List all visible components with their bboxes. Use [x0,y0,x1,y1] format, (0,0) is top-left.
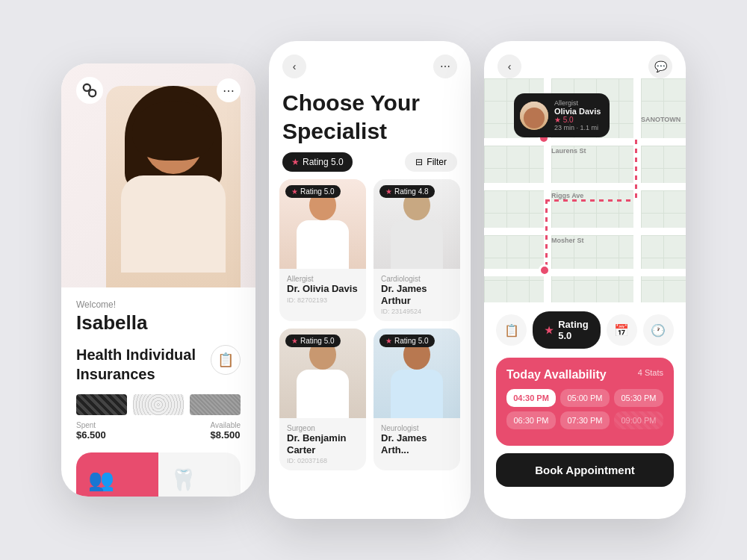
availability-title: Today Avallability [506,368,607,382]
bar-3 [190,394,241,415]
map-doctor-time: 23 min · 1.1 mi [554,124,601,131]
dots-icon: ⋯ [440,60,450,72]
screen1-content: Welcome! Isabella Health Individual Insu… [61,287,255,384]
availability-section: Today Avallability 4 Stats 04:30 PM 05:0… [496,358,674,446]
available-item: Available $8.500 [211,421,241,441]
back-icon: ‹ [293,60,297,72]
bar-2 [133,394,184,415]
screen1-header: ⋯ [76,77,241,104]
rating-pill-label: Rating 5.0 [558,319,588,341]
clipboard-action[interactable]: 📋 [496,314,527,346]
chat-icon: 💬 [654,60,667,72]
screen2-back-button[interactable]: ‹ [282,55,306,78]
rating-pill: ★ Rating 5.0 [533,311,600,349]
filter-label: Filter [427,157,447,167]
doctor-3-name: Dr. Benjamin Carter [287,432,359,455]
bar-1 [76,394,127,415]
clock-action[interactable]: 🕐 [643,314,674,346]
progress-bars [76,394,241,415]
map-doctor-avatar [520,102,548,130]
amounts-row: Spent $6.500 Available $8.500 [76,421,241,441]
doctors-grid: ★ Rating 5.0 Allergist Dr. Olivia Davis … [269,179,471,481]
availability-stats: 4 Stats [638,368,663,382]
screen3-back-button[interactable]: ‹ [498,55,521,78]
star-icon-3: ★ [545,325,554,336]
availability-header: Today Avallability 4 Stats [506,368,663,382]
screen3-bottom: 📋 ★ Rating 5.0 📅 🕐 Today Avallability 4 … [484,302,686,496]
calendar-icon: 📅 [614,323,629,337]
book-appointment-label: Book Appointment [535,464,635,476]
spent-value: $6.500 [76,429,106,441]
doctor-3-specialty: Surgeon [287,424,359,432]
map-label-1: Laurens St [551,147,586,155]
doctor-2-name: Dr. James Arthur [381,283,453,306]
road-h4 [484,269,686,276]
filter-row: ★ Rating 5.0 ⊟ Filter [269,152,471,179]
route-line-v2 [545,199,548,274]
insurance-row: Health Individual Insurances 📋 [76,345,241,384]
map-doctor-info: Allergist Olivia Davis ★ 5.0 23 min · 1.… [554,99,601,131]
available-label: Available [211,421,241,429]
calendar-action[interactable]: 📅 [607,314,637,346]
spent-item: Spent $6.500 [76,421,106,441]
tooth-icon: 🦷 [170,467,196,492]
doctor-1-info: Allergist Dr. Olivia Davis ID: 82702193 [279,269,366,310]
doctor-card-3[interactable]: ★ Rating 5.0 Surgeon Dr. Benjamin Carter… [279,329,366,470]
doctor-card-1[interactable]: ★ Rating 5.0 Allergist Dr. Olivia Davis … [279,179,366,321]
screen2-title: Choose Your Specialist [282,89,457,145]
family-icon: 👥 [88,467,114,492]
category-cards: 👥 Family Medicine 🦷 Dental Medicine [76,452,241,497]
route-line-v [635,140,637,199]
menu-dots-button[interactable]: ⋯ [217,78,241,102]
rating-badge-label: Rating 5.0 [303,157,344,167]
available-value: $8.500 [211,429,241,441]
clipboard-icon-3: 📋 [504,323,519,337]
doctor-4-name: Dr. James Arth... [381,432,453,455]
screen2-menu-button[interactable]: ⋯ [433,55,457,78]
screen2-title-area: Choose Your Specialist [269,78,471,152]
screen2-header: ‹ ⋯ [269,41,471,78]
time-slot-6: 09:00 PM [614,411,663,429]
map-doctor-name: Olivia Davis [554,107,601,116]
doctor-4-rating: ★ Rating 5.0 [379,335,435,347]
time-slot-3[interactable]: 05:30 PM [614,389,663,407]
time-slot-5[interactable]: 07:30 PM [560,411,610,429]
map-doctor-specialty: Allergist [554,99,601,107]
doctor-3-rating: ★ Rating 5.0 [285,335,341,347]
doctor-4-info: Neurologist Dr. James Arth... [374,418,460,463]
doctor-1-specialty: Allergist [287,275,359,283]
clock-icon: 🕐 [651,323,666,337]
dental-medicine-card[interactable]: 🦷 Dental Medicine [158,452,241,497]
time-slot-2[interactable]: 05:00 PM [560,389,610,407]
action-row: 📋 ★ Rating 5.0 📅 🕐 [496,311,674,349]
screen-1-phone: ⋯ Welcome! Isabella Health Individual In… [61,63,255,497]
time-slot-4[interactable]: 06:30 PM [506,411,556,429]
clipboard-icon: 📋 [217,352,234,368]
map-label-3: Mosher St [551,237,584,244]
doctor-1-id: ID: 82702193 [287,296,359,304]
filter-button[interactable]: ⊟ Filter [405,152,457,172]
insurance-title: Health Individual Insurances [76,345,211,384]
road-h3 [484,228,686,235]
map-pin-end [539,264,551,276]
doctor-2-id: ID: 23149524 [381,308,453,315]
clipboard-button[interactable]: 📋 [211,345,241,375]
filter-icon: ⊟ [415,157,423,167]
time-slot-1[interactable]: 04:30 PM [506,389,556,407]
road-h2 [484,183,686,190]
route-line-h [545,199,635,202]
book-appointment-button[interactable]: Book Appointment [496,453,674,487]
time-slots-grid: 04:30 PM 05:00 PM 05:30 PM 06:30 PM 07:3… [506,389,663,429]
spent-label: Spent [76,421,106,429]
doctor-card-4[interactable]: ★ Rating 5.0 Neurologist Dr. James Arth.… [374,329,460,470]
family-medicine-card[interactable]: 👥 Family Medicine [76,452,158,497]
doctor-3-info: Surgeon Dr. Benjamin Carter ID: 02037168 [279,418,366,470]
doctor-1-name: Dr. Olivia Davis [287,283,359,295]
doctor-card-2[interactable]: ★ Rating 4.8 Cardiologist Dr. James Arth… [374,179,460,321]
user-name: Isabella [76,311,241,335]
screen-3-phone: ‹ 💬 Laurens St Riggs Ave Mosher St SANOT… [484,41,686,519]
screen-2-phone: ‹ ⋯ Choose Your Specialist ★ Rating 5.0 … [269,41,471,519]
rating-badge: ★ Rating 5.0 [282,152,353,172]
chat-button[interactable]: 💬 [648,55,672,78]
doctor-2-info: Cardiologist Dr. James Arthur ID: 231495… [374,269,460,321]
